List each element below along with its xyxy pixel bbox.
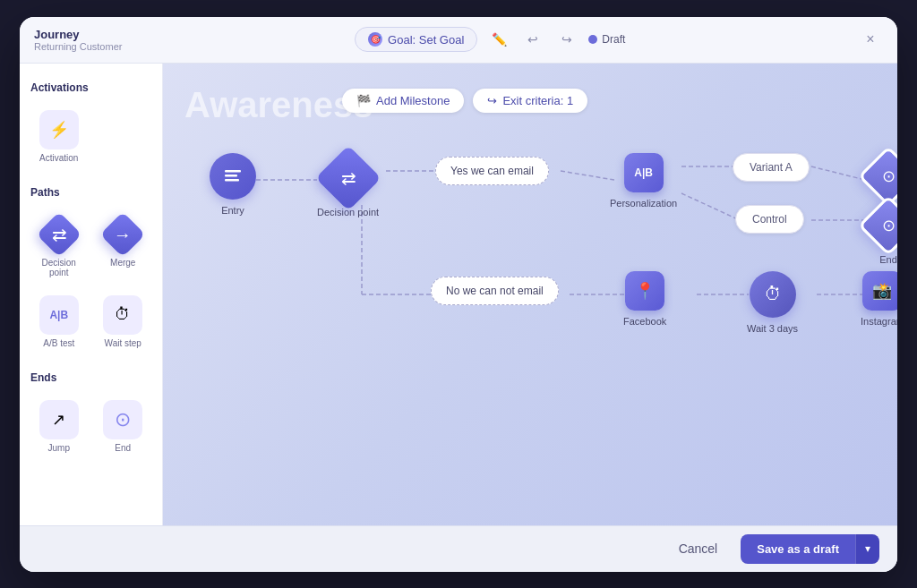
save-dropdown-button[interactable]: ▾ (855, 534, 879, 564)
node-end-mid[interactable]: ⊙ End (865, 202, 897, 265)
variant-a-pill: Variant A (733, 153, 810, 182)
node-yes-email[interactable]: Yes we can email (435, 157, 549, 185)
decision-label: Decision point (34, 258, 84, 277)
end-top-diamond: ⊙ (858, 146, 897, 207)
flow-container: Entry ⇄ Decision point Yes we can email (184, 135, 876, 507)
goal-icon: 🎯 (368, 32, 382, 47)
merge-icon: → (100, 211, 146, 257)
jump-label: Jump (48, 443, 70, 453)
no-email-pill: No we can not email (431, 277, 559, 305)
add-milestone-button[interactable]: 🏁 Add Milestone (342, 89, 464, 113)
svg-rect-15 (225, 179, 239, 182)
end-label: End (115, 443, 131, 453)
sidebar-section-activations: Activations (30, 81, 151, 94)
svg-rect-13 (225, 170, 241, 173)
sidebar-item-merge[interactable]: → Merge (95, 209, 152, 283)
node-facebook[interactable]: 📍 Facebook (623, 271, 666, 327)
node-instagram[interactable]: 📸 Instagram (861, 271, 897, 327)
end-mid-label: End (879, 254, 897, 265)
yes-email-pill: Yes we can email (435, 157, 549, 185)
titlebar-left: Journey Returning Customer (34, 28, 122, 52)
sidebar-item-ab[interactable]: A|B A/B test (30, 290, 88, 354)
window-title: Journey (34, 28, 122, 41)
save-button-group: Save as a draft ▾ (741, 534, 879, 564)
facebook-icon: 📍 (625, 271, 664, 311)
instagram-icon: 📸 (862, 271, 897, 311)
milestone-icon: 🏁 (356, 94, 371, 107)
merge-label: Merge (110, 258, 135, 268)
close-button[interactable]: × (858, 27, 883, 52)
jump-icon: ↗ (39, 400, 79, 439)
edit-button[interactable]: ✏️ (486, 27, 511, 52)
main-area: Activations ⚡ Activation Paths ⇄ Decisio… (20, 64, 897, 525)
decision-diamond: ⇄ (315, 145, 381, 211)
draft-dot (588, 35, 597, 44)
node-decision[interactable]: ⇄ Decision point (317, 155, 379, 217)
exit-label: Exit criteria: 1 (502, 94, 573, 107)
activations-grid: ⚡ Activation (30, 105, 151, 168)
node-wait[interactable]: ⏱ Wait 3 days (747, 271, 798, 334)
sidebar: Activations ⚡ Activation Paths ⇄ Decisio… (20, 64, 163, 525)
ab-label: A/B test (43, 338, 74, 348)
wait-label: Wait 3 days (747, 323, 798, 334)
sidebar-item-activation[interactable]: ⚡ Activation (30, 105, 88, 168)
draft-label: Draft (602, 33, 625, 46)
node-personalization[interactable]: A|B Personalization (610, 153, 677, 209)
ends-grid: ↗ Jump ⊙ End (30, 395, 151, 458)
activation-icon: ⚡ (39, 110, 79, 149)
instagram-label: Instagram (861, 316, 897, 327)
sidebar-item-end[interactable]: ⊙ End (95, 395, 152, 458)
wait-icon: ⏱ (103, 295, 142, 335)
node-no-email[interactable]: No we can not email (431, 277, 559, 305)
svg-line-5 (681, 193, 740, 220)
sidebar-section-paths: Paths (30, 186, 151, 199)
end-icon: ⊙ (103, 400, 142, 439)
save-draft-button[interactable]: Save as a draft (741, 534, 855, 564)
sidebar-item-wait[interactable]: ⏱ Wait step (95, 290, 152, 354)
window-subtitle: Returning Customer (34, 41, 122, 52)
node-variant-a[interactable]: Variant A (733, 153, 810, 182)
decision-icon: ⇄ (36, 211, 81, 257)
control-pill: Control (735, 205, 804, 234)
sidebar-item-decision[interactable]: ⇄ Decision point (30, 209, 88, 283)
personalization-icon: A|B (624, 153, 664, 192)
svg-line-2 (561, 171, 614, 180)
milestone-label: Add Milestone (376, 94, 450, 107)
goal-label: Goal: Set Goal (388, 33, 464, 47)
node-entry[interactable]: Entry (210, 153, 256, 216)
activation-label: Activation (39, 153, 78, 163)
ab-icon: A|B (39, 295, 79, 335)
entry-label: Entry (221, 205, 244, 216)
entry-circle (210, 153, 256, 200)
draft-badge: Draft (588, 33, 625, 46)
sidebar-item-jump[interactable]: ↗ Jump (30, 395, 88, 458)
redo-button[interactable]: ↪ (554, 27, 579, 52)
personalization-label: Personalization (610, 198, 677, 209)
app-window: Journey Returning Customer 🎯 Goal: Set G… (20, 17, 897, 572)
paths-grid: ⇄ Decision point → Merge A|B A/B test (30, 209, 151, 354)
titlebar-center: 🎯 Goal: Set Goal ✏️ ↩ ↪ Draft (122, 27, 858, 52)
exit-icon: ↪ (487, 94, 497, 107)
sidebar-section-ends: Ends (30, 371, 151, 384)
merge-icon-wrapper: → (103, 215, 142, 254)
decision-icon-wrapper: ⇄ (39, 215, 79, 254)
wait-label: Wait step (105, 338, 141, 348)
node-control[interactable]: Control (735, 205, 804, 234)
footer: Cancel Save as a draft ▾ (20, 525, 897, 572)
undo-button[interactable]: ↩ (520, 27, 545, 52)
exit-criteria-button[interactable]: ↪ Exit criteria: 1 (473, 89, 587, 113)
titlebar: Journey Returning Customer 🎯 Goal: Set G… (20, 17, 897, 64)
toolbar-row: 🏁 Add Milestone ↪ Exit criteria: 1 (342, 89, 587, 113)
end-mid-diamond: ⊙ (858, 195, 897, 256)
canvas: Awareness 🏁 Add Milestone ↪ Exit criteri… (163, 64, 897, 525)
svg-rect-14 (225, 175, 237, 177)
svg-line-4 (811, 166, 865, 180)
goal-badge[interactable]: 🎯 Goal: Set Goal (355, 27, 477, 52)
facebook-label: Facebook (623, 316, 666, 327)
cancel-button[interactable]: Cancel (664, 534, 733, 563)
wait-circle: ⏱ (750, 271, 796, 318)
